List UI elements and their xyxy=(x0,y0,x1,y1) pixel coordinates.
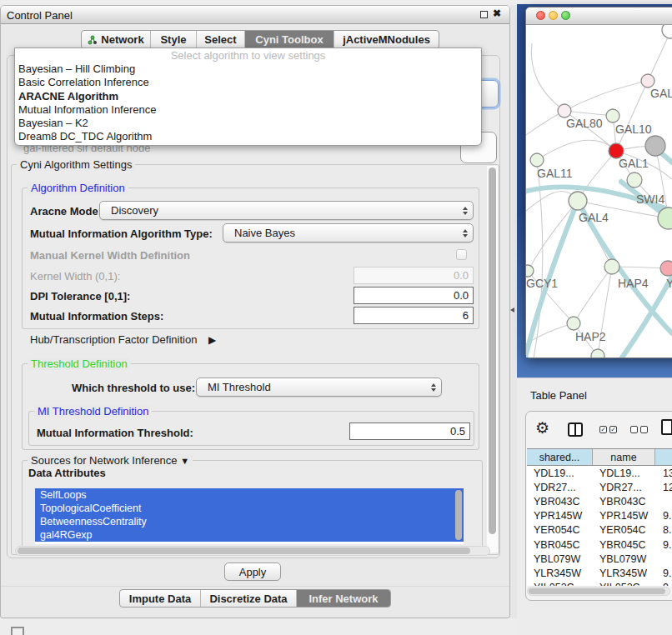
table-row[interactable]: YLR345W YLR345W 9. xyxy=(527,566,672,580)
mi-steps-field[interactable]: 6 xyxy=(354,307,474,324)
aracne-mode-label: Aracne Mode: xyxy=(30,205,102,218)
mi-algorithm-type-combo[interactable]: Naive Bayes xyxy=(223,223,474,242)
table-hscrollbar-thumb[interactable] xyxy=(529,588,665,594)
hub-definition-label[interactable]: Hub/Transcription Factor Definition ▶ xyxy=(30,333,216,346)
table-header: shared... name xyxy=(527,448,672,466)
float-icon[interactable] xyxy=(480,11,488,18)
stepper-arrows-icon xyxy=(431,383,436,392)
network-edge[interactable] xyxy=(574,267,612,323)
tab-cyni-toolbox[interactable]: Cyni Toolbox xyxy=(245,31,334,48)
tab-select[interactable]: Select xyxy=(197,31,245,48)
network-node-label: GAL11 xyxy=(537,167,573,180)
columns-icon[interactable] xyxy=(568,422,583,437)
table-row[interactable]: YDR27... YDR27... 12 xyxy=(527,480,672,494)
column-header-name[interactable]: name xyxy=(593,449,655,465)
attributes-scrollbar-thumb[interactable] xyxy=(455,490,462,540)
algorithm-option[interactable]: Bayesian – K2 xyxy=(15,117,481,130)
gear-icon[interactable]: ⚙ xyxy=(535,418,549,438)
minimized-panel-icon[interactable] xyxy=(11,627,24,635)
network-edge[interactable] xyxy=(616,81,648,151)
manual-kernel-width-checkbox[interactable] xyxy=(456,249,467,260)
network-node-label: SWI4 xyxy=(636,192,664,206)
network-edge[interactable] xyxy=(564,81,648,111)
dpi-tolerance-field[interactable]: 0.0 xyxy=(354,287,474,304)
mi-threshold-field[interactable]: 0.5 xyxy=(349,422,470,440)
tab-impute-data[interactable]: Impute Data xyxy=(120,590,201,607)
column-header-shared-name[interactable]: shared... xyxy=(527,449,593,465)
table-row[interactable]: YBL079W YBL079W xyxy=(527,552,672,566)
algorithm-option[interactable]: Basic Correlation Inference xyxy=(15,76,481,89)
tab-network[interactable]: Network xyxy=(82,31,151,48)
tab-jactivemnodules[interactable]: jActiveMNodules xyxy=(334,31,439,48)
network-edge[interactable] xyxy=(531,43,564,111)
algorithm-option[interactable]: Bayesian – Hill Climbing xyxy=(15,62,481,76)
network-node[interactable] xyxy=(660,261,672,276)
table-panel-title: Table Panel xyxy=(530,389,587,402)
network-node[interactable] xyxy=(662,25,672,38)
algorithm-option[interactable]: Dream8 DC_TDC Algorithm xyxy=(15,130,481,143)
deselect-all-columns-icon[interactable] xyxy=(630,426,648,433)
column-header-partial[interactable] xyxy=(655,449,672,465)
bottom-tabbar: Impute Data Discretize Data Infer Networ… xyxy=(119,589,391,608)
network-node-label: GAL10 xyxy=(615,122,652,136)
apply-button[interactable]: Apply xyxy=(224,562,281,581)
data-attribute-option[interactable]: TopologicalCoefficient xyxy=(35,502,464,515)
minimize-button[interactable] xyxy=(549,11,558,20)
network-node[interactable] xyxy=(627,172,642,188)
network-node[interactable] xyxy=(569,192,587,210)
table-row[interactable]: YPR145W YPR145W 9. xyxy=(527,509,672,523)
data-attribute-option[interactable]: SelfLoops xyxy=(35,488,464,502)
network-node[interactable] xyxy=(606,109,619,122)
collapse-down-icon[interactable]: ▼ xyxy=(180,456,189,466)
close-button[interactable] xyxy=(536,11,545,20)
close-icon[interactable]: ✖ xyxy=(493,8,501,19)
network-node[interactable] xyxy=(645,136,665,156)
table-row[interactable]: YDL19... YDL19... 13 xyxy=(527,466,672,480)
network-edge[interactable] xyxy=(648,32,670,81)
mi-threshold-group-title: MI Threshold Definition xyxy=(34,405,152,418)
settings-hscrollbar-thumb[interactable] xyxy=(18,548,470,554)
tab-style[interactable]: Style xyxy=(151,31,197,48)
zoom-button[interactable] xyxy=(561,11,570,20)
network-edge[interactable] xyxy=(537,140,616,160)
network-edge[interactable] xyxy=(564,111,613,116)
data-attributes-list: SelfLoops TopologicalCoefficient Between… xyxy=(35,488,464,544)
divider xyxy=(1,586,509,587)
aracne-mode-combo[interactable]: Discovery xyxy=(99,201,474,220)
manual-kernel-width-label: Manual Kernel Width Definition xyxy=(30,249,190,262)
network-canvas[interactable]: GALGAL80GAL10GAL1GAL11SWI4GAL4GCY1HAP4YH… xyxy=(526,25,672,358)
splitter-collapse-icon[interactable] xyxy=(510,308,514,312)
table-row[interactable]: YBR045C YBR045C 9. xyxy=(527,538,672,552)
page-icon[interactable] xyxy=(661,419,672,435)
stepper-arrows-icon xyxy=(463,229,468,238)
network-node-label: HAP4 xyxy=(618,277,649,290)
tab-discretize-data[interactable]: Discretize Data xyxy=(201,590,297,607)
network-node[interactable] xyxy=(604,259,619,274)
table-row[interactable]: YER054C YER054C 8. xyxy=(527,523,672,538)
network-node[interactable] xyxy=(530,153,544,167)
tab-infer-network[interactable]: Infer Network xyxy=(297,590,390,607)
select-all-columns-icon[interactable]: ✓✓ xyxy=(599,426,617,433)
sources-group-title[interactable]: Sources for Network Inference ▼ xyxy=(28,454,193,467)
table-row[interactable]: YBR043C YBR043C xyxy=(527,494,672,508)
data-attribute-option[interactable]: BetweennessCentrality xyxy=(35,515,464,528)
data-attribute-option[interactable]: gal4RGexp xyxy=(35,528,464,542)
expand-right-icon[interactable]: ▶ xyxy=(208,334,216,346)
network-node-label: GCY1 xyxy=(526,277,558,290)
table-row[interactable]: YIL052C YIL052C 9 xyxy=(527,581,672,587)
mi-algorithm-type-label: Mutual Information Algorithm Type: xyxy=(30,228,213,240)
algorithm-option[interactable]: Mutual Information Inference xyxy=(15,103,481,117)
network-node[interactable] xyxy=(567,317,580,330)
which-threshold-combo[interactable]: MI Threshold xyxy=(196,378,442,397)
network-node[interactable] xyxy=(558,104,571,118)
settings-scrollbar-thumb[interactable] xyxy=(489,168,496,534)
network-node[interactable] xyxy=(526,265,534,277)
kernel-width-field[interactable]: 0.0 xyxy=(354,267,474,284)
network-node[interactable] xyxy=(641,74,654,88)
algorithm-option[interactable]: ARACNE Algorithm xyxy=(15,90,481,103)
network-node[interactable] xyxy=(591,349,604,358)
algorithm-popup-list: Bayesian – Hill Climbing Basic Correlati… xyxy=(15,62,481,144)
network-node-label: Y xyxy=(666,277,672,290)
stepper-arrows-icon xyxy=(463,207,468,215)
network-edge[interactable] xyxy=(526,111,564,142)
